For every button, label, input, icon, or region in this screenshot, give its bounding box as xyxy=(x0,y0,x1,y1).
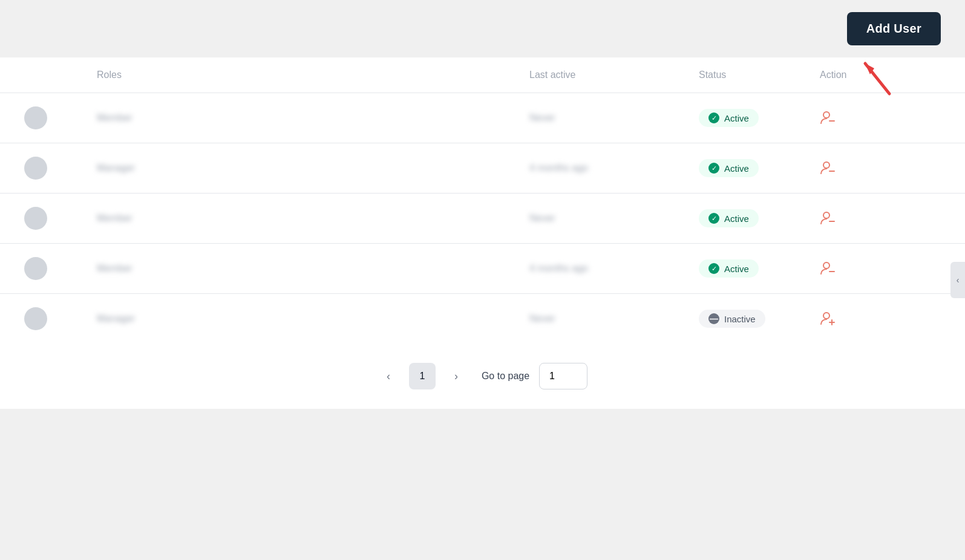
next-page-button[interactable]: › xyxy=(445,365,467,387)
status-active-icon: ✓ xyxy=(708,112,719,123)
cell-last-active: 4 months ago xyxy=(529,163,699,174)
cell-roles: Manager xyxy=(97,313,529,324)
last-active-text: Never xyxy=(529,213,555,223)
svg-point-2 xyxy=(823,112,829,118)
roles-text: Member xyxy=(97,112,132,123)
users-table: Roles Last active Status Action MemberNe… xyxy=(0,57,965,343)
arrow-indicator xyxy=(853,51,901,102)
cell-roles: Member xyxy=(97,263,529,274)
cell-avatar xyxy=(24,106,97,129)
table-row: MemberNever ✓ Active xyxy=(0,93,965,143)
table-row: MemberNever ✓ Active xyxy=(0,194,965,244)
col-header-status: Status xyxy=(699,70,820,80)
status-active-icon: ✓ xyxy=(708,163,719,174)
cell-roles: Manager xyxy=(97,163,529,174)
cell-avatar xyxy=(24,257,97,280)
avatar xyxy=(24,207,47,230)
cell-action xyxy=(820,261,941,276)
remove-user-button[interactable] xyxy=(820,210,941,226)
cell-action xyxy=(820,210,941,226)
remove-user-button[interactable] xyxy=(820,160,941,176)
cell-action xyxy=(820,110,941,126)
cell-avatar xyxy=(24,207,97,230)
status-label: Active xyxy=(724,213,749,224)
cell-last-active: 4 months ago xyxy=(529,263,699,274)
last-active-text: 4 months ago xyxy=(529,263,588,273)
status-badge: ✓ Active xyxy=(699,109,759,127)
status-label: Active xyxy=(724,264,749,274)
cell-status: ✓ Active xyxy=(699,209,820,227)
avatar xyxy=(24,157,47,180)
prev-page-button[interactable]: ‹ xyxy=(378,365,399,387)
last-active-text: Never xyxy=(529,313,555,324)
cell-action xyxy=(820,311,941,327)
sidebar-toggle-button[interactable]: ‹ xyxy=(950,262,965,298)
avatar xyxy=(24,257,47,280)
status-active-icon: ✓ xyxy=(708,213,719,224)
table-body: MemberNever ✓ Active Manager4 months ago… xyxy=(0,93,965,343)
add-user-button[interactable]: Add User xyxy=(847,12,941,45)
table-row: ManagerNever — Inactive xyxy=(0,294,965,343)
roles-text: Manager xyxy=(97,163,135,173)
col-header-last-active: Last active xyxy=(529,70,699,80)
status-label: Inactive xyxy=(724,314,756,324)
status-badge: ✓ Active xyxy=(699,209,759,227)
goto-page-input[interactable] xyxy=(539,363,587,389)
svg-point-4 xyxy=(823,162,829,168)
svg-point-8 xyxy=(823,262,829,269)
svg-point-6 xyxy=(823,212,829,218)
last-active-text: 4 months ago xyxy=(529,163,588,173)
cell-last-active: Never xyxy=(529,313,699,324)
status-badge: — Inactive xyxy=(699,310,765,328)
main-content: Roles Last active Status Action MemberNe… xyxy=(0,57,965,409)
status-label: Active xyxy=(724,163,749,174)
add-user-to-row-button[interactable] xyxy=(820,311,941,327)
roles-text: Member xyxy=(97,263,132,273)
status-active-icon: ✓ xyxy=(708,263,719,274)
last-active-text: Never xyxy=(529,112,555,123)
cell-action xyxy=(820,160,941,176)
remove-user-button[interactable] xyxy=(820,261,941,276)
status-inactive-icon: — xyxy=(708,313,719,324)
roles-text: Manager xyxy=(97,313,135,324)
table-header: Roles Last active Status Action xyxy=(0,57,965,93)
status-badge: ✓ Active xyxy=(699,159,759,177)
avatar xyxy=(24,106,47,129)
table-row: Member4 months ago ✓ Active xyxy=(0,244,965,294)
pagination: ‹ 1 › Go to page xyxy=(0,343,965,409)
cell-status: ✓ Active xyxy=(699,159,820,177)
top-bar: Add User xyxy=(0,0,965,57)
status-badge: ✓ Active xyxy=(699,259,759,278)
cell-roles: Member xyxy=(97,213,529,224)
table-row: Manager4 months ago ✓ Active xyxy=(0,143,965,194)
goto-label: Go to page xyxy=(482,371,529,382)
col-header-empty xyxy=(24,70,97,80)
cell-status: — Inactive xyxy=(699,310,820,328)
cell-status: ✓ Active xyxy=(699,109,820,127)
col-header-roles: Roles xyxy=(97,70,529,80)
status-label: Active xyxy=(724,113,749,123)
cell-avatar xyxy=(24,307,97,330)
svg-point-10 xyxy=(823,313,829,319)
cell-status: ✓ Active xyxy=(699,259,820,278)
remove-user-button[interactable] xyxy=(820,110,941,126)
cell-avatar xyxy=(24,157,97,180)
cell-last-active: Never xyxy=(529,213,699,224)
roles-text: Member xyxy=(97,213,132,223)
cell-last-active: Never xyxy=(529,112,699,123)
page-1-button[interactable]: 1 xyxy=(409,363,436,389)
avatar xyxy=(24,307,47,330)
cell-roles: Member xyxy=(97,112,529,123)
